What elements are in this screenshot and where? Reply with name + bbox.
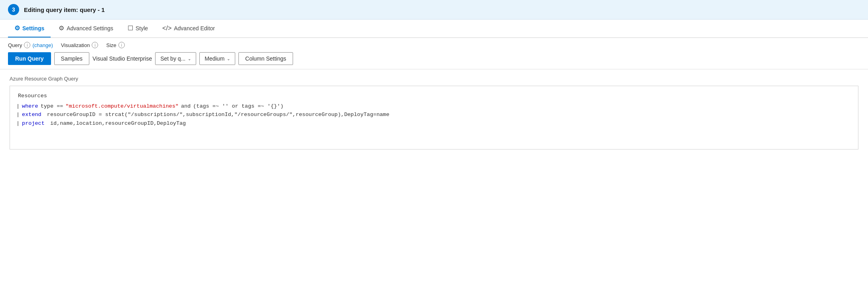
- header-title: Editing query item: query - 1: [24, 6, 105, 13]
- code-line-project: | project id,name,location,resourceGroup…: [16, 119, 852, 128]
- code-line-where: | where type == "microsoft.compute/virtu…: [16, 102, 852, 111]
- visualization-meta-group: Visualization i: [61, 42, 98, 48]
- tab-advanced-editor[interactable]: </> Advanced Editor: [156, 20, 221, 37]
- query-label: Query: [8, 42, 22, 48]
- size-chevron-icon: ⌄: [227, 57, 230, 61]
- change-link[interactable]: (change): [32, 42, 53, 48]
- project-rest: id,name,location,resourceGroupID,DeployT…: [47, 119, 186, 128]
- where-and: and: [181, 102, 191, 111]
- column-settings-button[interactable]: Column Settings: [238, 52, 293, 65]
- query-meta-group: Query i (change): [8, 42, 53, 48]
- size-meta-group: Size i: [106, 42, 124, 48]
- extend-rest: resourceGroupID = strcat("/subscriptions…: [44, 110, 390, 119]
- style-icon: ☐: [128, 24, 133, 32]
- code-editor[interactable]: Resources | where type == "microsoft.com…: [10, 86, 858, 149]
- tab-advanced-settings-label: Advanced Settings: [67, 25, 113, 31]
- header-bar: 3 Editing query item: query - 1: [0, 0, 868, 20]
- kw-extend: extend: [22, 110, 41, 119]
- samples-button[interactable]: Samples: [54, 52, 89, 65]
- pipe-3: |: [16, 119, 20, 128]
- where-cond: (tags =~ '' or tags =~ '{}'): [193, 102, 283, 111]
- step-badge: 3: [8, 4, 19, 15]
- size-value: Medium: [205, 55, 224, 62]
- where-type: type ==: [41, 102, 63, 111]
- visualization-chevron-icon: ⌄: [188, 57, 191, 61]
- toolbar-controls: Run Query Samples Visual Studio Enterpri…: [8, 52, 860, 65]
- tab-style[interactable]: ☐ Style: [121, 20, 154, 37]
- code-line-extend: | extend resourceGroupID = strcat("/subs…: [16, 110, 852, 119]
- code-line-resources: Resources: [16, 92, 852, 100]
- settings-icon: ⚙: [14, 24, 20, 32]
- size-dropdown[interactable]: Medium ⌄: [199, 52, 235, 65]
- tab-settings-label: Settings: [22, 25, 44, 31]
- editor-area: Azure Resource Graph Query Resources | w…: [0, 69, 868, 156]
- where-str: "microsoft.compute/virtualmachines": [65, 102, 179, 111]
- tab-advanced-settings[interactable]: ⚙ Advanced Settings: [52, 20, 120, 37]
- tab-bar: ⚙ Settings ⚙ Advanced Settings ☐ Style <…: [0, 20, 868, 38]
- pipe-2: |: [16, 110, 20, 119]
- visualization-label: Visualization: [61, 42, 90, 48]
- run-query-button[interactable]: Run Query: [8, 52, 51, 65]
- advanced-settings-icon: ⚙: [59, 24, 64, 32]
- visualization-info-icon: i: [92, 42, 98, 48]
- editor-label: Azure Resource Graph Query: [10, 76, 858, 82]
- tab-settings[interactable]: ⚙ Settings: [8, 20, 51, 37]
- query-info-icon: i: [24, 42, 30, 48]
- toolbar-area: Query i (change) Visualization i Size i …: [0, 38, 868, 69]
- size-label: Size: [106, 42, 116, 48]
- visualization-dropdown[interactable]: Set by q... ⌄: [155, 52, 196, 65]
- kw-where: where: [22, 102, 38, 111]
- kw-project: project: [22, 119, 45, 128]
- visualization-value: Set by q...: [160, 55, 185, 62]
- pipe-1: |: [16, 102, 20, 111]
- size-info-icon: i: [118, 42, 125, 48]
- tab-style-label: Style: [136, 25, 148, 31]
- tab-advanced-editor-label: Advanced Editor: [174, 25, 215, 31]
- query-value: Visual Studio Enterprise: [93, 55, 152, 62]
- advanced-editor-icon: </>: [162, 25, 171, 32]
